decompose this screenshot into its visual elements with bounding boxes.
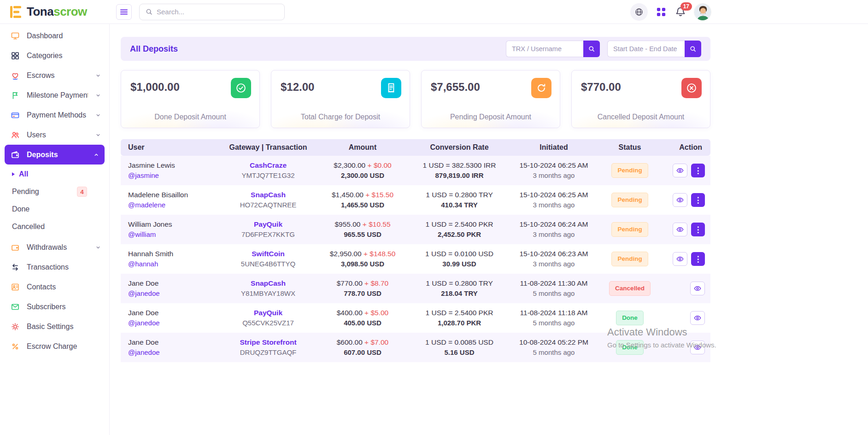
status-badge: Pending (611, 193, 648, 207)
eye-icon (693, 343, 702, 352)
gateway-link[interactable]: CashCraze (222, 160, 314, 170)
date-range-input[interactable] (607, 41, 685, 57)
conversion-rate: 1 USD = 2.5400 PKR (411, 308, 508, 318)
sidebar-item-transactions[interactable]: Transactions (0, 257, 109, 277)
sidebar-item-label: Users (27, 131, 88, 139)
sidebar-item-users[interactable]: Users (0, 125, 109, 145)
chevron-up-icon (93, 151, 100, 159)
sidebar-item-basic-settings[interactable]: Basic Settings (0, 317, 109, 336)
deposits-icon (10, 150, 20, 160)
view-button[interactable] (673, 252, 687, 266)
amount-with-fee: $1,450.00 + $15.50 (314, 190, 411, 200)
gateway-link[interactable]: PayQuik (222, 219, 314, 229)
sidebar-item-label: Deposits (27, 151, 86, 159)
deposits-submenu: All Pending 4 Done Cancelled (0, 165, 109, 237)
notifications-button[interactable]: 17 (674, 6, 686, 18)
stat-cards: $1,000.00 Done Deposit Amount $12.00 Tot… (121, 70, 710, 128)
global-search-input[interactable] (157, 8, 279, 16)
user-username-link[interactable]: @hannah (128, 259, 222, 269)
user-avatar[interactable] (694, 3, 711, 21)
amount-with-fee: $2,950.00 + $148.50 (314, 249, 411, 259)
transaction-id: 5UNEG4B6TTYQ (222, 259, 314, 269)
sidebar-item-label: Contacts (27, 283, 102, 291)
sidebar-subitem-cancelled[interactable]: Cancelled (0, 218, 109, 235)
brand-logo[interactable]: Tonascrow (0, 5, 110, 19)
user-username-link[interactable]: @william (128, 229, 222, 240)
chevron-down-icon (94, 92, 102, 99)
amount-total: 2,300.00 USD (314, 170, 411, 181)
sidebar-item-milestone-payments[interactable]: Milestone Payments (0, 85, 109, 105)
column-header: Amount (314, 143, 411, 152)
escrow-charge-icon (10, 341, 20, 352)
sidebar-subitem-all[interactable]: All (0, 165, 109, 183)
transaction-id: DRUQZ9TTGAQF (222, 347, 314, 358)
view-button[interactable] (690, 341, 705, 354)
trx-username-input[interactable] (506, 41, 583, 57)
sidebar-item-withdrawals[interactable]: Withdrawals (0, 237, 109, 257)
sidebar-item-subscribers[interactable]: Subscribers (0, 297, 109, 317)
sidebar-item-escrows[interactable]: Escrows (0, 65, 109, 85)
gateway-link[interactable]: SnapCash (222, 278, 314, 288)
sidebar-item-dashboard[interactable]: Dashboard (0, 26, 109, 46)
vertical-dots-icon: ⋮ (694, 226, 702, 234)
apps-grid-button[interactable] (655, 6, 667, 18)
fee-amount: + $0.00 (368, 161, 392, 169)
language-button[interactable] (630, 3, 648, 21)
user-username-link[interactable]: @janedoe (128, 318, 222, 328)
sidebar-item-categories[interactable]: Categories (0, 46, 109, 65)
amount-total: 607.00 USD (314, 347, 411, 358)
date-filter (607, 41, 701, 57)
sidebar-item-label: Categories (27, 52, 102, 60)
user-name: Jane Doe (128, 278, 222, 288)
pending-count-badge: 4 (77, 187, 87, 197)
subscribers-icon (10, 302, 20, 312)
stat-label: Total Charge for Deposit (271, 113, 410, 121)
view-button[interactable] (673, 164, 687, 177)
initiated-date: 15-10-2024 06:25 AM (508, 160, 600, 170)
sidebar-toggle-button[interactable] (116, 4, 132, 20)
row-menu-button[interactable]: ⋮ (691, 223, 705, 236)
row-menu-button[interactable]: ⋮ (691, 193, 705, 207)
sidebar-subitem-pending[interactable]: Pending 4 (0, 183, 109, 200)
fee-amount: + $15.50 (365, 191, 393, 199)
user-username-link[interactable]: @jasmine (128, 170, 222, 181)
status-badge: Done (616, 340, 644, 355)
sidebar-item-deposits[interactable]: Deposits (5, 145, 105, 165)
global-search (139, 4, 285, 20)
trx-search-button[interactable] (583, 41, 600, 57)
sidebar-item-contacts[interactable]: Contacts (0, 277, 109, 297)
gateway-link[interactable]: Stripe Storefront (222, 337, 314, 347)
chevron-down-icon (94, 131, 102, 139)
user-username-link[interactable]: @janedoe (128, 288, 222, 299)
trx-filter (506, 41, 600, 57)
date-search-button[interactable] (685, 41, 701, 57)
user-name: Jane Doe (128, 337, 222, 347)
row-menu-button[interactable]: ⋮ (691, 252, 705, 266)
categories-icon (10, 51, 20, 61)
sidebar-item-payment-methods[interactable]: Payment Methods (0, 105, 109, 125)
gateway-link[interactable]: PayQuik (222, 308, 314, 318)
row-menu-button[interactable]: ⋮ (691, 164, 705, 177)
sidebar-item-label: Transactions (27, 263, 102, 271)
view-button[interactable] (690, 311, 705, 325)
view-button[interactable] (673, 223, 687, 236)
conversion-rate: 1 USD = 2.5400 PKR (411, 219, 508, 229)
conversion-rate: 1 USD = 382.5300 IRR (411, 160, 508, 170)
view-button[interactable] (690, 282, 705, 295)
user-username-link[interactable]: @madelene (128, 200, 222, 210)
transaction-id: Q55CVK25VZ17 (222, 318, 314, 328)
column-header: Initiated (508, 143, 600, 152)
eye-icon (676, 225, 684, 234)
status-badge: Cancelled (609, 281, 651, 296)
initiated-ago: 5 months ago (508, 288, 600, 299)
gateway-link[interactable]: SwiftCoin (222, 249, 314, 259)
settings-gear-icon (10, 322, 20, 332)
sidebar-subitem-done[interactable]: Done (0, 200, 109, 218)
user-username-link[interactable]: @janedoe (128, 347, 222, 358)
sidebar-item-escrow-charge[interactable]: Escrow Charge (0, 336, 109, 356)
gateway-link[interactable]: SnapCash (222, 190, 314, 200)
fee-amount: + $5.00 (364, 309, 388, 317)
main-content: All Deposits (110, 24, 868, 435)
view-button[interactable] (673, 193, 687, 207)
transactions-icon (10, 262, 20, 272)
